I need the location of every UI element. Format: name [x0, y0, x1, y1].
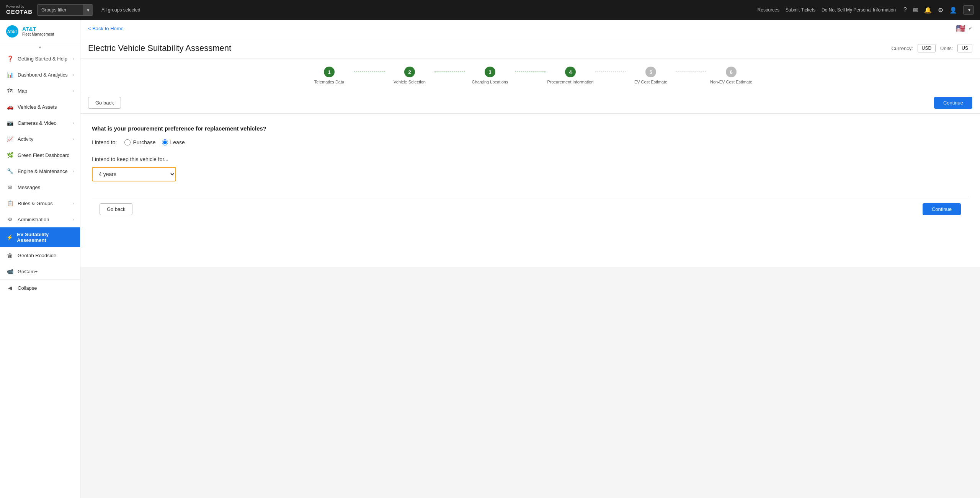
gocam-icon: 📹	[6, 268, 14, 275]
sidebar-label-cameras: Cameras & Video	[18, 120, 57, 126]
green-fleet-icon: 🌿	[6, 151, 14, 159]
sidebar-logo: AT&T AT&T Fleet Management	[0, 20, 80, 43]
sidebar-label-getting-started: Getting Started & Help	[18, 56, 67, 62]
sidebar-item-cameras[interactable]: 📷 Cameras & Video ›	[0, 115, 80, 131]
att-brand: AT&T	[22, 26, 54, 33]
sidebar-item-activity[interactable]: 📈 Activity ›	[0, 131, 80, 147]
sidebar-label-gocam: GoCam+	[18, 269, 38, 274]
wizard-steps: 1 Telematics Data 2 Vehicle Selection 3 …	[80, 59, 980, 92]
topbar-icons: ? ✉ 🔔 ⚙ 👤 ▾	[903, 5, 974, 15]
continue-button-top[interactable]: Continue	[934, 97, 972, 109]
years-select[interactable]: 1 year 2 years 3 years 4 years 5 years 6…	[92, 167, 176, 181]
map-chevron-icon: ›	[73, 89, 74, 93]
sidebar-item-map[interactable]: 🗺 Map ›	[0, 83, 80, 99]
page-title-bar: Electric Vehicle Suitability Assessment …	[80, 37, 980, 59]
topbar-left: Powered by GEOTAB Groups filter ▾ All gr…	[6, 4, 140, 16]
user-icon[interactable]: 👤	[949, 7, 957, 14]
step-label-6: Non-EV Cost Estimate	[710, 80, 752, 84]
submit-tickets-link[interactable]: Submit Tickets	[786, 7, 815, 13]
fleet-label: Fleet Management	[22, 32, 54, 37]
user-dropdown-chevron: ▾	[968, 7, 970, 13]
resources-link[interactable]: Resources	[758, 7, 779, 13]
flag-dropdown-chevron[interactable]: ✓	[969, 26, 972, 31]
sidebar-label-activity: Activity	[18, 136, 33, 142]
back-to-home-link[interactable]: < Back to Home	[88, 26, 124, 31]
step-non-ev-cost: 6 Non-EV Cost Estimate	[706, 67, 756, 84]
sidebar-label-geotab-roadside: Geotab Roadside	[18, 253, 56, 258]
sidebar-item-dashboard[interactable]: 📊 Dashboard & Analytics ›	[0, 67, 80, 83]
geotab-roadside-icon: 🛣	[6, 251, 14, 259]
sidebar-label-dashboard: Dashboard & Analytics	[18, 72, 68, 78]
user-dropdown-button[interactable]: ▾	[963, 5, 974, 15]
sidebar-item-green-fleet[interactable]: 🌿 Green Fleet Dashboard	[0, 147, 80, 163]
purchase-radio[interactable]	[124, 139, 131, 145]
step-connector-3	[515, 72, 546, 72]
step-circle-3: 3	[485, 67, 495, 77]
getting-started-icon: ❓	[6, 55, 14, 62]
purchase-option[interactable]: Purchase	[124, 139, 155, 145]
groups-filter-label: Groups filter	[38, 7, 83, 13]
rules-icon: 📋	[6, 199, 14, 207]
sidebar-item-engine[interactable]: 🔧 Engine & Maintenance ›	[0, 163, 80, 179]
sidebar-label-collapse: Collapse	[18, 285, 37, 291]
sidebar-item-messages[interactable]: ✉ Messages	[0, 179, 80, 195]
sidebar-label-engine: Engine & Maintenance	[18, 168, 68, 174]
content-header: < Back to Home 🇺🇸 ✓	[80, 20, 980, 37]
sidebar-item-getting-started[interactable]: ❓ Getting Started & Help ›	[0, 51, 80, 67]
sidebar-label-map: Map	[18, 88, 27, 94]
step-connector-5	[676, 72, 706, 72]
units-label: Units:	[940, 46, 953, 51]
step-label-4: Procurement Information	[547, 80, 593, 84]
sidebar-item-rules[interactable]: 📋 Rules & Groups ›	[0, 195, 80, 211]
vehicles-icon: 🚗	[6, 103, 14, 111]
ev-suitability-icon: ⚡	[6, 233, 13, 241]
purchase-label: Purchase	[133, 139, 155, 145]
lease-option[interactable]: Lease	[162, 139, 185, 145]
bell-icon[interactable]: 🔔	[924, 7, 932, 14]
go-back-button-top[interactable]: Go back	[88, 97, 121, 109]
dashboard-chevron-icon: ›	[73, 73, 74, 77]
step-label-5: EV Cost Estimate	[634, 80, 667, 84]
intent-label: I intend to:	[92, 139, 117, 145]
step-ev-cost: 5 EV Cost Estimate	[626, 67, 676, 84]
sidebar-item-gocam[interactable]: 📹 GoCam+	[0, 263, 80, 279]
groups-filter-chevron-button[interactable]: ▾	[83, 5, 93, 15]
topbar-links: Resources Submit Tickets Do Not Sell My …	[758, 7, 896, 13]
mail-icon[interactable]: ✉	[913, 7, 918, 14]
topbar: Powered by GEOTAB Groups filter ▾ All gr…	[0, 0, 980, 20]
rules-chevron-icon: ›	[73, 201, 74, 206]
lease-radio[interactable]	[162, 139, 168, 145]
go-back-button-bottom[interactable]: Go back	[100, 203, 132, 215]
step-charging-locations: 3 Charging Locations	[465, 67, 515, 84]
step-label-2: Vehicle Selection	[394, 80, 426, 84]
currency-units: Currency: USD Units: US	[891, 44, 972, 52]
sidebar-item-geotab-roadside[interactable]: 🛣 Geotab Roadside	[0, 247, 80, 263]
currency-button[interactable]: USD	[918, 44, 936, 52]
step-vehicle-selection: 2 Vehicle Selection	[385, 67, 434, 84]
gear-icon[interactable]: ⚙	[938, 7, 943, 14]
sidebar-label-rules: Rules & Groups	[18, 201, 53, 206]
action-bar-bottom: Go back Continue	[92, 197, 969, 221]
sidebar-label-green-fleet: Green Fleet Dashboard	[18, 152, 70, 158]
sidebar-item-ev-suitability[interactable]: ⚡ EV Suitability Assessment	[0, 227, 80, 247]
sidebar-item-vehicles[interactable]: 🚗 Vehicles & Assets	[0, 99, 80, 115]
do-not-sell-link[interactable]: Do Not Sell My Personal Information	[822, 7, 896, 13]
sidebar-collapse-button[interactable]: ◀ Collapse	[0, 280, 80, 296]
att-logo-circle: AT&T	[6, 25, 18, 38]
units-button[interactable]: US	[957, 44, 972, 52]
step-telematics: 1 Telematics Data	[304, 67, 354, 84]
all-groups-text: All groups selected	[101, 7, 140, 13]
step-circle-5: 5	[645, 67, 656, 77]
engine-icon: 🔧	[6, 167, 14, 175]
geotab-logo-text: GEOTAB	[6, 8, 33, 15]
activity-chevron-icon: ›	[73, 137, 74, 141]
activity-icon: 📈	[6, 135, 14, 143]
help-icon[interactable]: ?	[903, 7, 907, 13]
continue-button-bottom[interactable]: Continue	[923, 203, 961, 215]
sidebar-item-administration[interactable]: ⚙ Administration ›	[0, 211, 80, 227]
att-text-block: AT&T Fleet Management	[22, 26, 54, 37]
keep-label: I intend to keep this vehicle for...	[92, 156, 969, 162]
att-logo-text: AT&T	[7, 29, 17, 34]
topbar-logo: Powered by GEOTAB	[6, 5, 33, 16]
collapse-icon: ◀	[6, 284, 14, 292]
